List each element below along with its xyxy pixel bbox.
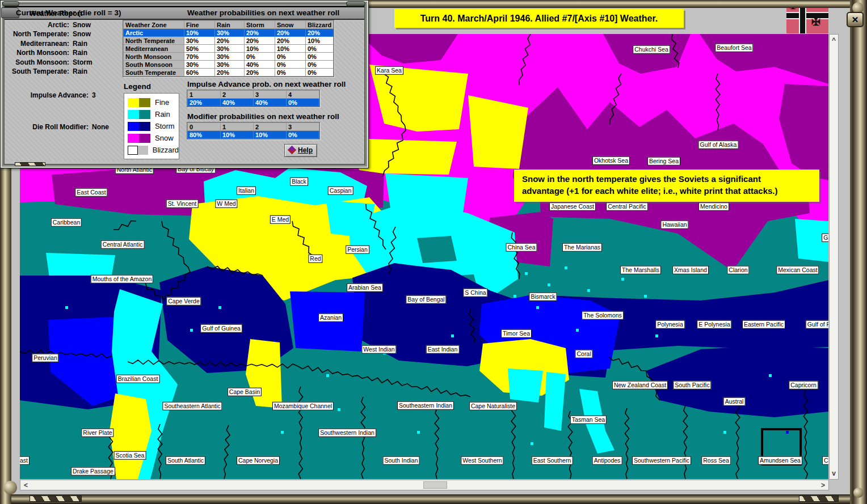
sea-area-label: The Solomons: [582, 311, 624, 320]
sea-area-label: Red: [308, 255, 322, 263]
sea-area-label: Polynesia: [655, 320, 685, 329]
prob-value-cell: 20%: [215, 69, 245, 77]
sea-area-label: New Zealand Coast: [612, 381, 668, 389]
frame-hazard-stripes-left: [30, 495, 82, 502]
sea-area-label: Eastern Pacific: [742, 320, 785, 329]
prob-value-cell: 0%: [275, 53, 306, 61]
prob-value-cell: 0%: [245, 53, 275, 61]
impulse-table-heading: Impulse Advance prob. on next weather ro…: [187, 80, 346, 88]
game-window: Kara SeaChukchi SeaBeaufort SeaOkhotsk S…: [0, 0, 867, 504]
sea-area-label: East Coast: [75, 188, 107, 197]
sea-area-label: Cape Basin: [228, 388, 262, 396]
dialog-corner-ornament-left: [2, 1, 19, 6]
window-frame-bottom: [0, 494, 867, 504]
sea-area-label: Cape Naturaliste: [469, 402, 517, 410]
prob-value-cell: 10%: [221, 131, 254, 139]
scroll-right-icon[interactable]: >: [819, 482, 827, 489]
help-button-label: Help: [298, 146, 313, 154]
legend-label: Storm: [155, 122, 175, 130]
sea-area-label: Mendicino: [698, 202, 729, 211]
column-header: Rain: [215, 21, 245, 29]
zone-label: North Temperate:: [2, 30, 69, 38]
sea-area-label: Brazilian Coast: [116, 375, 160, 383]
prob-value-cell: 10%: [184, 29, 215, 37]
sea-area-label: Austral: [723, 397, 746, 406]
sea-area-label: The Marianas: [562, 243, 602, 252]
horizontal-scrollbar[interactable]: < >: [20, 480, 829, 490]
iron-cross-center-icon: ✠: [811, 18, 820, 26]
sea-area-label: Southeastern Indian: [397, 401, 454, 410]
prob-value-cell: 30%: [215, 45, 245, 53]
scroll-up-icon[interactable]: ^: [830, 37, 838, 44]
column-header: 3: [254, 91, 287, 99]
legend-swatch-light: [128, 134, 139, 143]
prob-value-cell: 60%: [184, 69, 215, 77]
zone-name-cell: South Temperate: [124, 69, 184, 77]
sea-area-label: Scotia Sea: [114, 451, 146, 460]
legend-swatch-light: [128, 98, 139, 107]
prob-table-row: South Monsoon30%30%40%0%0%: [124, 61, 334, 69]
sea-area-label: Mexican Coast: [776, 266, 819, 274]
sea-area-label: South Pacific: [673, 381, 711, 389]
sea-area-label: Gulf of Alaska: [698, 141, 739, 149]
sea-area-label: Beaufort Sea: [715, 44, 753, 52]
scroll-down-icon[interactable]: v: [830, 470, 838, 477]
sea-area-label: Xmas Island: [672, 266, 709, 274]
sea-area-label: Hawaiian: [660, 221, 688, 229]
horizontal-scrollbar-thumb[interactable]: [423, 481, 447, 489]
sea-area-label: West Southern: [461, 456, 503, 465]
advisory-note-line1: Snow in the north temperate gives the So…: [522, 173, 813, 185]
sea-area-label: Peruvian: [32, 354, 58, 362]
sea-area-label: Persian: [346, 245, 369, 254]
prob-table-row: South Temperate60%20%20%0%0%: [124, 69, 334, 77]
legend-item: Blizzard: [128, 144, 179, 156]
sea-area-label: Timor Sea: [501, 329, 532, 338]
legend-swatch-light: [128, 146, 138, 155]
zone-weather-value: Rain: [73, 49, 87, 57]
prob-value-cell: 20%: [306, 29, 334, 37]
zone-label: South Monsoon:: [2, 58, 69, 66]
dialog-hazard-stripes: [15, 162, 45, 166]
sea-area-label: Mouths of the Amazon: [91, 275, 153, 283]
sea-area-label: Azanian: [318, 314, 343, 322]
legend-swatch-dark: [138, 146, 148, 155]
current-weather-row: Mediterranean:Rain: [2, 40, 87, 49]
prob-value-cell: 30%: [184, 61, 215, 69]
sea-area-label: St. Vincent: [166, 200, 199, 208]
legend-label: Snow: [155, 134, 174, 142]
prob-value-cell: 0%: [287, 131, 319, 139]
prob-value-cell: 20%: [245, 69, 275, 77]
legend-item: Rain: [128, 108, 179, 120]
legend-label: Rain: [155, 110, 170, 118]
legend-label: Fine: [155, 98, 169, 107]
sea-area-label: Central Atlantic: [101, 240, 145, 249]
flag-cross-horizontal: [786, 13, 828, 18]
current-weather-row: Arctic:Snow: [2, 21, 91, 30]
sea-area-label: S China: [463, 289, 487, 297]
prob-value-cell: 10%: [275, 45, 306, 53]
column-header: 2: [254, 123, 287, 131]
current-weather-heading: Current Weather (die roll = 3): [16, 9, 121, 17]
sea-area-label: Arabian Sea: [347, 283, 383, 292]
prob-value-cell: 30%: [215, 53, 245, 61]
help-button[interactable]: Help: [284, 144, 317, 157]
prob-value-cell: 20%: [215, 37, 245, 45]
close-button[interactable]: ✕: [847, 12, 864, 27]
vertical-scrollbar[interactable]: ^ v: [829, 34, 839, 480]
zone-name-cell: Arctic: [124, 29, 184, 37]
zone-label: Mediterranean:: [2, 40, 69, 48]
zone-label: North Monsoon:: [2, 49, 69, 57]
legend-heading: Legend: [124, 82, 151, 91]
frame-screw-bottom-right: [853, 488, 864, 498]
column-header: Snow: [275, 21, 306, 29]
turn-banner: Turn 40. March/April 1946. Allied #7/[Ax…: [394, 9, 684, 28]
prob-value-cell: 0%: [306, 61, 334, 69]
legend-swatch-dark: [139, 122, 150, 131]
sea-area-label: Bay of Bengal: [406, 295, 446, 304]
column-header: Fine: [184, 21, 215, 29]
sea-area-label: Cape Norvegia: [237, 456, 280, 465]
scroll-left-icon[interactable]: <: [22, 482, 30, 489]
zone-weather-value: Rain: [73, 67, 87, 75]
prob-value-cell: 20%: [245, 37, 275, 45]
current-weather-row: North Temperate:Snow: [2, 30, 91, 39]
